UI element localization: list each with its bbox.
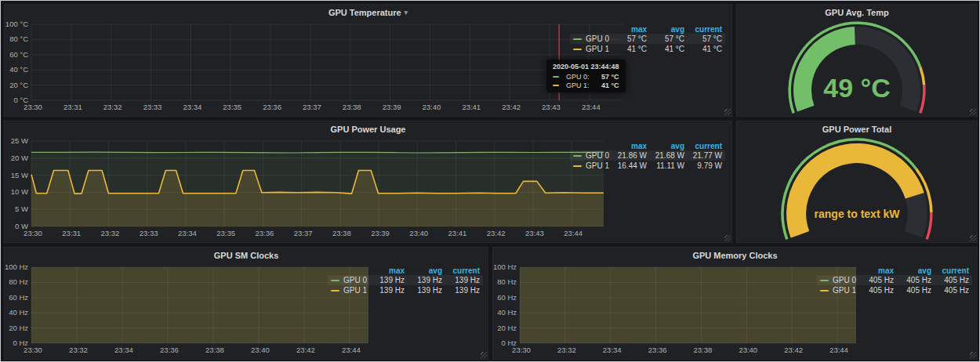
gpu-power-usage-legend: maxavgcurrentGPU 021.86 W21.68 W21.77 WG… bbox=[570, 142, 725, 171]
resize-handle[interactable] bbox=[481, 352, 487, 358]
legend-header-current[interactable]: current bbox=[688, 142, 725, 150]
legend-header-current[interactable]: current bbox=[445, 266, 483, 275]
resize-handle[interactable] bbox=[724, 235, 731, 241]
x-axis-label: 23:42 bbox=[296, 346, 315, 354]
legend-header-spacer bbox=[570, 142, 612, 150]
panel-header-gpu-sm-clocks[interactable]: GPU SM Clocks bbox=[5, 248, 488, 263]
x-axis-label: 23:44 bbox=[564, 229, 583, 237]
y-axis-label: 5 W bbox=[15, 205, 28, 213]
tooltip-series-value: 41 °C bbox=[593, 81, 619, 89]
x-axis-label: 23:38 bbox=[343, 103, 361, 111]
series-color-swatch bbox=[573, 165, 582, 167]
y-axis-label: 15 W bbox=[11, 171, 28, 179]
x-axis-label: 23:39 bbox=[383, 103, 401, 111]
x-axis-label: 23:35 bbox=[223, 103, 241, 111]
chart-svg: 0 Hz20 Hz40 Hz60 Hz80 Hz100 Hz23:3023:32… bbox=[5, 263, 373, 356]
panel-header-gpu-power-total[interactable]: GPU Power Total bbox=[737, 121, 977, 137]
panel-header-gpu-avg-temp[interactable]: GPU Avg. Temp bbox=[737, 5, 977, 20]
legend-header-avg[interactable]: avg bbox=[408, 266, 445, 275]
y-axis-label: 60 Hz bbox=[497, 293, 517, 302]
x-axis-label: 23:42 bbox=[784, 346, 803, 354]
legend-header-max[interactable]: max bbox=[370, 266, 408, 275]
series-color-swatch bbox=[553, 76, 559, 78]
legend-header-max[interactable]: max bbox=[859, 266, 897, 275]
x-axis-label: 23:30 bbox=[24, 103, 42, 111]
resize-handle[interactable] bbox=[724, 109, 731, 115]
tooltip-series-label: GPU 1: bbox=[566, 81, 590, 89]
panel-header-gpu-memory-clocks[interactable]: GPU Memory Clocks bbox=[493, 248, 977, 263]
x-axis-label: 23:33 bbox=[143, 103, 162, 111]
y-axis-label: 10 W bbox=[11, 187, 28, 196]
y-axis-label: 40 °C bbox=[9, 65, 28, 74]
x-axis-label: 23:37 bbox=[303, 103, 321, 111]
legend-header-current[interactable]: current bbox=[688, 25, 725, 34]
panel-title: GPU SM Clocks bbox=[214, 251, 279, 260]
resize-handle[interactable] bbox=[970, 352, 976, 358]
x-axis-label: 23:34 bbox=[114, 346, 133, 354]
x-axis-label: 23:38 bbox=[205, 346, 224, 354]
gauge-value: 49 °C bbox=[823, 73, 890, 103]
gpu-sm-clocks-legend: maxavgcurrentGPU 0139 Hz139 Hz139 HzGPU … bbox=[328, 266, 483, 295]
x-axis-label: 23:39 bbox=[371, 229, 390, 237]
x-axis-label: 23:36 bbox=[648, 346, 667, 354]
gpu-temperature-chart[interactable]: 0 °C20 °C40 °C60 °C80 °C100 °C23:3023:31… bbox=[5, 20, 627, 113]
y-axis-label: 100 °C bbox=[5, 20, 28, 28]
series-color-swatch bbox=[573, 155, 582, 157]
legend-value: 405 Hz bbox=[859, 285, 897, 295]
legend-header-max[interactable]: max bbox=[612, 25, 650, 34]
legend-value: 139 Hz bbox=[408, 285, 445, 295]
gpu-power-usage-chart[interactable]: 0 W5 W10 W15 W20 W25 W23:3023:3123:3223:… bbox=[5, 137, 608, 239]
legend-value: 21.77 W bbox=[688, 150, 725, 161]
legend-header-avg[interactable]: avg bbox=[897, 266, 935, 275]
panel-title: GPU Power Usage bbox=[331, 125, 406, 134]
panel-header-gpu-power-usage[interactable]: GPU Power Usage bbox=[5, 121, 731, 137]
legend-series-name[interactable]: GPU 1 bbox=[570, 161, 612, 171]
x-axis-label: 23:40 bbox=[739, 346, 757, 354]
legend-header-avg[interactable]: avg bbox=[650, 142, 688, 150]
series-color-swatch bbox=[331, 280, 339, 281]
gpu-avg-temp-gauge: 49 °C bbox=[737, 20, 977, 114]
gpu-memory-clocks-chart[interactable]: 0 Hz20 Hz40 Hz60 Hz80 Hz100 Hz23:3023:32… bbox=[493, 263, 861, 356]
legend-value: 139 Hz bbox=[370, 285, 408, 295]
legend-value: 139 Hz bbox=[445, 285, 483, 295]
x-axis-label: 23:32 bbox=[557, 346, 576, 354]
x-axis-label: 23:33 bbox=[140, 229, 158, 237]
legend-series-name[interactable]: GPU 1 bbox=[328, 285, 370, 295]
resize-handle[interactable] bbox=[970, 235, 976, 241]
x-axis-label: 23:38 bbox=[694, 346, 713, 354]
legend-series-name[interactable]: GPU 0 bbox=[570, 34, 612, 44]
legend-series-name[interactable]: GPU 1 bbox=[570, 44, 612, 54]
x-axis-label: 23:35 bbox=[216, 229, 235, 237]
legend-header-spacer bbox=[328, 266, 370, 275]
x-axis-label: 23:40 bbox=[409, 229, 428, 237]
legend-value: 405 Hz bbox=[935, 285, 972, 295]
gpu-sm-clocks-chart[interactable]: 0 Hz20 Hz40 Hz60 Hz80 Hz100 Hz23:3023:32… bbox=[5, 263, 373, 356]
chevron-down-icon[interactable]: ▾ bbox=[405, 9, 408, 16]
panel-header-gpu-temperature[interactable]: GPU Temperature ▾ bbox=[5, 5, 731, 20]
x-axis-label: 23:32 bbox=[69, 346, 88, 354]
legend-value: 57 °C bbox=[612, 34, 650, 44]
panel-title: GPU Avg. Temp bbox=[825, 8, 889, 17]
legend-row: GPU 141 °C41 °C41 °C bbox=[570, 44, 725, 54]
legend-series-name[interactable]: GPU 0 bbox=[817, 275, 859, 285]
x-axis-label: 23:32 bbox=[101, 229, 120, 237]
tooltip-timestamp: 2020-05-01 23:44:48 bbox=[553, 63, 619, 71]
x-axis-label: 23:38 bbox=[332, 229, 351, 237]
gpu-memory-clocks-legend: maxavgcurrentGPU 0405 Hz405 Hz405 HzGPU … bbox=[817, 266, 972, 295]
x-axis-label: 23:42 bbox=[502, 103, 521, 111]
legend-header-max[interactable]: max bbox=[612, 142, 650, 150]
panel-gpu-power-usage: GPU Power Usage 0 W5 W10 W15 W20 W25 W23… bbox=[4, 121, 732, 243]
resize-handle[interactable] bbox=[970, 109, 976, 115]
x-axis-label: 23:41 bbox=[448, 229, 467, 237]
gauge-svg: range to text kW bbox=[737, 137, 977, 241]
legend-header-spacer bbox=[817, 266, 859, 275]
panel-title: GPU Temperature bbox=[328, 8, 401, 17]
legend-row: GPU 021.86 W21.68 W21.77 W bbox=[570, 150, 725, 161]
legend-header-avg[interactable]: avg bbox=[650, 25, 688, 34]
legend-header-current[interactable]: current bbox=[935, 266, 972, 275]
legend-header-spacer bbox=[570, 25, 612, 34]
legend-series-name[interactable]: GPU 0 bbox=[328, 275, 370, 285]
legend-series-name[interactable]: GPU 1 bbox=[817, 285, 859, 295]
panel-gpu-power-total: GPU Power Total range to text kW bbox=[736, 121, 978, 243]
legend-series-name[interactable]: GPU 0 bbox=[570, 150, 612, 161]
